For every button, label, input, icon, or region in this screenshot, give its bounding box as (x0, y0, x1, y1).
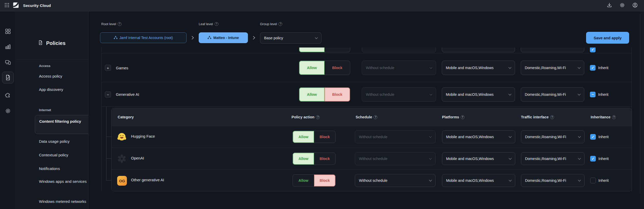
block-button[interactable] (325, 48, 350, 52)
schedule-select[interactable] (362, 48, 436, 52)
download-button[interactable] (607, 2, 612, 9)
inherit-label: Inherit (598, 135, 609, 139)
chevron-right-icon (190, 36, 194, 40)
table-row-generative-ai: − Generative AI Allow Block Without sche… (102, 82, 631, 107)
sidebar-item-contextual-policy[interactable]: Contextual policy (39, 152, 90, 158)
group-level-label: Group level (260, 22, 282, 26)
rail-item-devices[interactable] (5, 59, 11, 65)
category-name: Games (116, 66, 128, 70)
traffic-interface-select[interactable]: Domestic,Roaming,Wi-Fi (521, 152, 585, 165)
sidebar-item-access-policy[interactable]: Access policy (39, 73, 90, 80)
table-row-partial (102, 48, 631, 53)
inherit-checkbox[interactable] (590, 65, 596, 71)
inherit-checkbox[interactable] (590, 134, 596, 140)
expand-button[interactable]: + (105, 65, 111, 71)
platforms-select[interactable]: Mobile and macOS,Windows (442, 87, 515, 102)
hierarchy-tree-icon (114, 36, 117, 40)
platforms-select[interactable]: Mobile and macOS,Windows (442, 130, 515, 143)
column-policy-action: Policy action (291, 108, 320, 126)
app-launcher-button[interactable] (5, 3, 9, 8)
question-circle-icon (550, 115, 554, 119)
content-filtering-table: + Games Allow Block Without schedule Mob… (101, 48, 632, 191)
platforms-select[interactable]: Mobile and macOS,Windows (442, 174, 515, 187)
tree-connector (106, 137, 111, 137)
category-name: Generative AI (116, 92, 139, 97)
chevron-down-icon (315, 36, 318, 39)
chevron-down-icon (429, 157, 432, 159)
schedule-select[interactable]: Without schedule (355, 152, 436, 165)
schedule-select[interactable]: Without schedule (362, 87, 436, 102)
gear-icon (619, 2, 625, 9)
chevron-down-icon (578, 66, 580, 69)
tree-connector (106, 180, 111, 180)
allow-button[interactable]: Allow (293, 153, 314, 165)
inherit-checkbox[interactable] (590, 48, 596, 52)
block-button[interactable]: Block (325, 88, 350, 101)
allow-button[interactable]: Allow (299, 61, 325, 75)
traffic-interface-select[interactable]: Domestic,Roaming,Wi-Fi (521, 61, 584, 75)
security-cloud-app: Security Cloud (0, 0, 644, 209)
block-button[interactable]: Block (314, 131, 335, 143)
chevron-down-icon (578, 92, 580, 95)
collapse-button[interactable]: − (105, 91, 111, 98)
sidebar-item-notifications[interactable]: Notifications (39, 165, 90, 172)
root-level-chip[interactable]: Jamf Internal Test Accounts (root) (100, 32, 187, 43)
leaf-level-chip[interactable]: Matteo - Intune (199, 32, 248, 43)
question-circle-icon (461, 115, 465, 119)
settings-button[interactable] (619, 2, 625, 9)
traffic-interface-select[interactable]: Domestic,Roaming,Wi-Fi (521, 130, 585, 143)
chevron-right-icon (251, 36, 255, 40)
traffic-interface-select[interactable]: Domestic,Roaming,Wi-Fi (521, 174, 585, 187)
reports-icon (5, 47, 11, 51)
sidebar-item-windows-metered-networks[interactable]: Windows metered networks (39, 198, 88, 205)
sidebar-section-access: Access (39, 64, 51, 68)
inherit-checkbox[interactable] (590, 178, 596, 183)
chevron-down-icon (508, 66, 511, 69)
topbar: Security Cloud (0, 0, 644, 11)
app-launcher-grid-icon (5, 3, 9, 8)
policies-doc-icon (5, 78, 11, 81)
right-gutter (640, 11, 644, 209)
scrollbar-track[interactable] (640, 14, 640, 194)
allow-button[interactable]: Allow (293, 175, 314, 186)
allow-button[interactable] (299, 48, 325, 52)
policy-action-toggle: Allow Block (299, 87, 350, 102)
block-button[interactable]: Block (314, 153, 335, 165)
sidebar-item-label: Content filtering policy (39, 118, 83, 125)
inherit-label: Inherit (598, 66, 608, 70)
rail-item-reports[interactable] (5, 44, 11, 50)
schedule-select[interactable]: Without schedule (362, 61, 436, 75)
sidebar-item-windows-apps-and-services[interactable]: Windows apps and services (39, 178, 88, 185)
block-button[interactable]: Block (325, 61, 350, 75)
inherit-checkbox[interactable] (590, 92, 596, 97)
traffic-interface-select[interactable]: Domestic,Roaming,Wi-Fi (521, 87, 584, 102)
save-and-apply-button[interactable]: Save and apply (586, 32, 629, 44)
rail-item-integrations[interactable] (5, 91, 11, 98)
schedule-select[interactable]: Without schedule (355, 174, 436, 187)
chevron-down-icon (429, 66, 432, 69)
policy-action-toggle: Allow Block (293, 153, 336, 165)
rail-item-policies[interactable] (5, 74, 11, 81)
platforms-select[interactable] (442, 48, 515, 52)
chevron-down-icon (429, 135, 432, 138)
category-name: Other generative AI (131, 178, 164, 182)
group-level-select[interactable]: Base policy (260, 32, 321, 44)
dashboard-icon (5, 31, 11, 35)
platforms-select[interactable]: Mobile and macOS,Windows (442, 152, 515, 165)
allow-button[interactable]: Allow (299, 88, 325, 101)
question-circle-icon (278, 22, 282, 26)
account-button[interactable] (632, 2, 638, 9)
tree-connector (106, 107, 106, 180)
rail-item-dashboard[interactable] (5, 28, 11, 34)
sidebar-item-app-discovery[interactable]: App discovery (39, 86, 90, 93)
rail-item-settings[interactable] (5, 108, 11, 114)
inherit-checkbox[interactable] (590, 156, 596, 162)
block-button[interactable]: Block (314, 175, 335, 186)
og-badge-icon: OG (117, 176, 127, 186)
platforms-select[interactable]: Mobile and macOS,Windows (442, 61, 515, 75)
allow-button[interactable]: Allow (293, 131, 314, 143)
chevron-down-icon (578, 135, 581, 138)
schedule-select[interactable]: Without schedule (355, 130, 436, 143)
traffic-interface-select[interactable] (521, 48, 584, 52)
sidebar-item-data-usage-policy[interactable]: Data usage policy (39, 138, 90, 145)
